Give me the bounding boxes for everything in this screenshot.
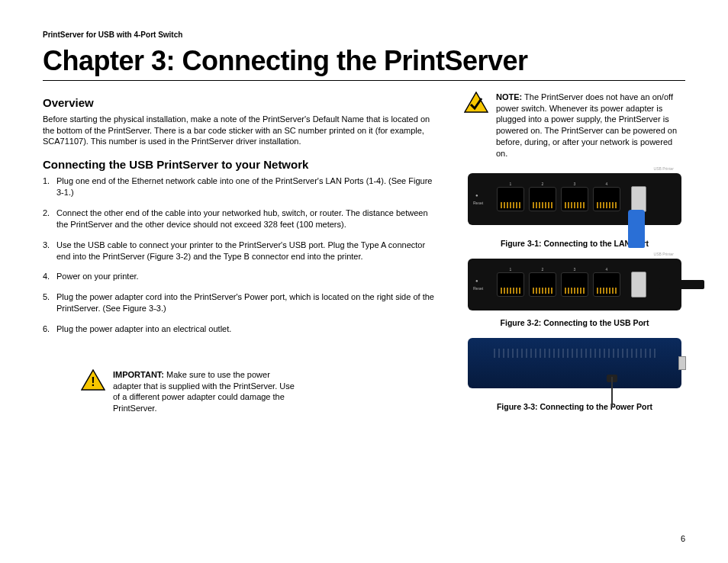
list-item: 5.Plug the power adapter cord into the P… <box>43 291 441 314</box>
list-item: 6.Plug the power adapter into an electri… <box>43 323 441 335</box>
overview-heading: Overview <box>43 96 441 109</box>
chapter-title: Chapter 3: Connecting the PrintServer <box>43 47 685 81</box>
list-item: 4.Power on your printer. <box>43 271 441 282</box>
ethernet-cable-icon <box>628 210 645 248</box>
reset-label: Reset <box>473 286 483 291</box>
lan-port-icon: 1 <box>497 187 524 211</box>
lan-port-icon: 2 <box>529 187 556 211</box>
lan-port-icon: 3 <box>561 187 588 211</box>
figure-3-3: Figure 3-3: Connecting to the Power Port <box>464 338 685 411</box>
list-item: 3.Use the USB cable to connect your prin… <box>43 240 441 262</box>
page-number: 6 <box>681 534 685 543</box>
figure-3-2: ● Reset 1 2 3 4 USB Printer Figure 3-2: … <box>464 259 685 327</box>
side-connector-icon <box>678 356 686 370</box>
note-callout: NOTE: The PrintServer does not have an o… <box>464 92 685 159</box>
usb-port-icon <box>631 272 646 298</box>
steps-list: 1.Plug one end of the Ethernet network c… <box>43 175 441 334</box>
usb-cable-icon <box>659 280 704 289</box>
vent-slots-icon <box>491 349 659 358</box>
list-item: 2.Connect the other end of the cable int… <box>43 208 441 230</box>
printserver-side-image <box>468 338 681 388</box>
figure-3-2-caption: Figure 3-2: Connecting to the USB Port <box>464 318 685 327</box>
svg-marker-2 <box>465 92 488 112</box>
figure-3-3-caption: Figure 3-3: Connecting to the Power Port <box>464 402 685 411</box>
right-column: NOTE: The PrintServer does not have an o… <box>464 92 685 422</box>
step-text: Use the USB cable to connect your printe… <box>56 240 441 262</box>
printserver-back-image: ● Reset 1 2 3 4 USB Printer <box>468 259 681 310</box>
running-header: PrintServer for USB with 4-Port Switch <box>43 31 685 39</box>
power-cable-icon <box>611 377 613 407</box>
reset-button-icon: ● <box>475 193 478 198</box>
step-number: 3. <box>43 240 56 262</box>
usb-port-icon <box>631 186 646 212</box>
step-number: 6. <box>43 323 56 335</box>
figure-3-1-caption: Figure 3-1: Connecting to the LAN Port <box>464 239 685 248</box>
lan-port-icon: 4 <box>593 187 620 211</box>
lan-port-icon: 4 <box>593 272 620 297</box>
overview-text: Before starting the physical installatio… <box>43 114 441 148</box>
step-number: 2. <box>43 208 56 230</box>
step-text: Plug the power adapter into an electrica… <box>56 323 231 335</box>
note-check-icon <box>464 92 488 113</box>
step-number: 5. <box>43 291 56 314</box>
step-text: Plug the power adapter cord into the Pri… <box>56 291 441 314</box>
step-number: 4. <box>43 271 56 282</box>
note-body: The PrintServer does not have an on/off … <box>496 92 677 158</box>
important-text: IMPORTANT: Make sure to use the power ad… <box>113 369 295 414</box>
left-column: Overview Before starting the physical in… <box>43 92 441 422</box>
lan-port-icon: 1 <box>497 272 524 297</box>
note-text: NOTE: The PrintServer does not have an o… <box>496 92 685 159</box>
important-callout: ! IMPORTANT: Make sure to use the power … <box>81 369 295 414</box>
step-text: Plug one end of the Ethernet network cab… <box>56 175 441 198</box>
step-text: Power on your printer. <box>56 271 139 282</box>
step-text: Connect the other end of the cable into … <box>56 208 441 230</box>
printserver-back-image: ● Reset 1 2 3 4 USB Printer <box>468 173 681 225</box>
note-label: NOTE: <box>496 92 522 101</box>
usb-label: USB Printer <box>654 166 674 171</box>
step-number: 1. <box>43 175 56 198</box>
connecting-heading: Connecting the USB PrintServer to your N… <box>43 158 441 171</box>
reset-button-icon: ● <box>475 278 478 283</box>
list-item: 1.Plug one end of the Ethernet network c… <box>43 175 441 198</box>
svg-text:!: ! <box>91 375 95 388</box>
reset-label: Reset <box>473 201 483 205</box>
usb-label: USB Printer <box>654 252 674 256</box>
lan-port-icon: 3 <box>561 272 588 297</box>
warning-icon: ! <box>81 369 105 391</box>
important-label: IMPORTANT: <box>113 370 164 379</box>
lan-port-icon: 2 <box>529 272 556 297</box>
figure-3-1: ● Reset 1 2 3 4 USB Printer Figure 3-1: … <box>464 173 685 248</box>
content-columns: Overview Before starting the physical in… <box>43 92 685 422</box>
